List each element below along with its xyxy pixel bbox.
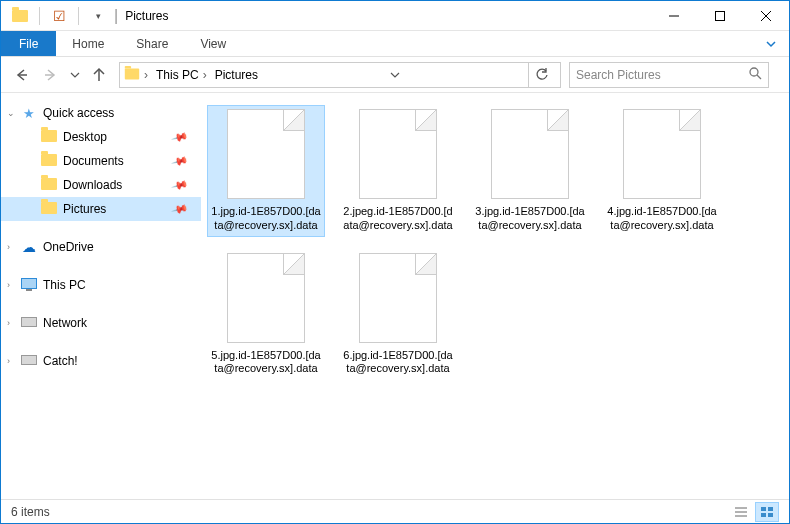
- file-name: 4.jpg.id-1E857D00.[data@recovery.sx].dat…: [607, 205, 717, 233]
- pin-icon: 📌: [171, 128, 190, 146]
- address-dropdown[interactable]: [381, 63, 409, 87]
- tab-home[interactable]: Home: [56, 31, 120, 56]
- search-icon[interactable]: [748, 66, 762, 83]
- sidebar-item-label: Pictures: [63, 202, 106, 216]
- breadcrumb-this-pc[interactable]: This PC›: [152, 68, 211, 82]
- sidebar-item-label: Downloads: [63, 178, 122, 192]
- network-icon: [21, 316, 37, 330]
- sidebar-item-desktop[interactable]: Desktop 📌: [1, 125, 201, 149]
- sidebar-item-quick-access[interactable]: ⌄ ★ Quick access: [1, 101, 201, 125]
- maximize-icon: [715, 11, 725, 21]
- file-item[interactable]: 3.jpg.id-1E857D00.[data@recovery.sx].dat…: [471, 105, 589, 237]
- folder-icon: [41, 154, 57, 169]
- folder-icon: [41, 178, 57, 193]
- navigation-pane: ⌄ ★ Quick access Desktop 📌 Documents 📌 D…: [1, 93, 201, 499]
- sidebar-item-pictures[interactable]: Pictures 📌: [1, 197, 201, 221]
- qat-dropdown-icon[interactable]: ▾: [87, 5, 109, 27]
- minimize-icon: [669, 11, 679, 21]
- file-thumbnail: [227, 253, 305, 343]
- ribbon-expand-button[interactable]: [753, 31, 789, 56]
- sidebar-item-onedrive[interactable]: › ☁ OneDrive: [1, 235, 201, 259]
- back-button[interactable]: [7, 61, 35, 89]
- arrow-left-icon: [13, 67, 29, 83]
- quick-access-group: ⌄ ★ Quick access Desktop 📌 Documents 📌 D…: [1, 101, 201, 221]
- file-thumbnail: [623, 109, 701, 199]
- tab-share[interactable]: Share: [120, 31, 184, 56]
- file-item[interactable]: 2.jpeg.id-1E857D00.[data@recovery.sx].da…: [339, 105, 457, 237]
- file-item[interactable]: 4.jpg.id-1E857D00.[data@recovery.sx].dat…: [603, 105, 721, 237]
- breadcrumb-label: This PC: [156, 68, 199, 82]
- minimize-button[interactable]: [651, 1, 697, 31]
- file-thumbnail: [359, 109, 437, 199]
- recent-locations-button[interactable]: [67, 61, 83, 89]
- file-tab[interactable]: File: [1, 31, 56, 56]
- chevron-down-icon: [390, 70, 400, 80]
- svg-rect-15: [768, 513, 773, 517]
- tab-view[interactable]: View: [184, 31, 242, 56]
- file-name: 5.jpg.id-1E857D00.[data@recovery.sx].dat…: [211, 349, 321, 377]
- divider: [39, 7, 40, 25]
- file-name: 2.jpeg.id-1E857D00.[data@recovery.sx].da…: [343, 205, 453, 233]
- folder-icon[interactable]: [9, 5, 31, 27]
- title-bar: ☑ ▾ | Pictures: [1, 1, 789, 31]
- file-item[interactable]: 5.jpg.id-1E857D00.[data@recovery.sx].dat…: [207, 249, 325, 381]
- close-icon: [761, 11, 771, 21]
- status-bar: 6 items: [1, 499, 789, 523]
- maximize-button[interactable]: [697, 1, 743, 31]
- chevron-right-icon[interactable]: ›: [7, 318, 10, 328]
- grid-icon: [760, 506, 774, 518]
- file-thumbnail: [227, 109, 305, 199]
- up-button[interactable]: [85, 61, 113, 89]
- main-area: ⌄ ★ Quick access Desktop 📌 Documents 📌 D…: [1, 93, 789, 499]
- svg-rect-12: [761, 507, 766, 511]
- svg-line-8: [757, 75, 761, 79]
- view-options: [729, 502, 779, 522]
- chevron-right-icon[interactable]: ›: [7, 356, 10, 366]
- close-button[interactable]: [743, 1, 789, 31]
- sidebar-item-documents[interactable]: Documents 📌: [1, 149, 201, 173]
- pin-icon: 📌: [171, 176, 190, 194]
- sidebar-item-label: This PC: [43, 278, 86, 292]
- content-pane[interactable]: 1.jpg.id-1E857D00.[data@recovery.sx].dat…: [201, 93, 789, 499]
- arrow-right-icon: [43, 67, 59, 83]
- sidebar-item-network[interactable]: › Network: [1, 311, 201, 335]
- file-item[interactable]: 1.jpg.id-1E857D00.[data@recovery.sx].dat…: [207, 105, 325, 237]
- svg-rect-14: [761, 513, 766, 517]
- sidebar-item-label: Network: [43, 316, 87, 330]
- breadcrumb-pictures[interactable]: Pictures: [211, 68, 262, 82]
- svg-rect-1: [716, 11, 725, 20]
- refresh-button[interactable]: [528, 63, 556, 87]
- svg-point-7: [750, 68, 758, 76]
- item-count: 6 items: [11, 505, 50, 519]
- folder-icon: [41, 202, 57, 217]
- arrow-up-icon: [91, 67, 107, 83]
- pin-icon: 📌: [171, 152, 190, 170]
- file-item[interactable]: 6.jpg.id-1E857D00.[data@recovery.sx].dat…: [339, 249, 457, 381]
- breadcrumb-sep[interactable]: ›: [140, 68, 152, 82]
- details-view-button[interactable]: [729, 502, 753, 522]
- nav-bar: › This PC› Pictures Search Pictures: [1, 57, 789, 93]
- file-thumbnail: [491, 109, 569, 199]
- chevron-down-icon[interactable]: ⌄: [7, 108, 15, 118]
- sidebar-item-catch[interactable]: › Catch!: [1, 349, 201, 373]
- monitor-icon: [21, 278, 37, 292]
- properties-icon[interactable]: ☑: [48, 5, 70, 27]
- search-placeholder: Search Pictures: [576, 68, 661, 82]
- address-bar[interactable]: › This PC› Pictures: [119, 62, 561, 88]
- file-name: 3.jpg.id-1E857D00.[data@recovery.sx].dat…: [475, 205, 585, 233]
- forward-button[interactable]: [37, 61, 65, 89]
- sidebar-item-label: Documents: [63, 154, 124, 168]
- ribbon: File Home Share View: [1, 31, 789, 57]
- chevron-down-icon: [765, 38, 777, 50]
- file-grid: 1.jpg.id-1E857D00.[data@recovery.sx].dat…: [207, 105, 783, 380]
- pin-icon: 📌: [171, 200, 190, 218]
- chevron-right-icon[interactable]: ›: [7, 242, 10, 252]
- sidebar-item-this-pc[interactable]: › This PC: [1, 273, 201, 297]
- list-icon: [734, 506, 748, 518]
- svg-rect-13: [768, 507, 773, 511]
- thumbnails-view-button[interactable]: [755, 502, 779, 522]
- breadcrumb-label: Pictures: [215, 68, 258, 82]
- sidebar-item-downloads[interactable]: Downloads 📌: [1, 173, 201, 197]
- search-input[interactable]: Search Pictures: [569, 62, 769, 88]
- chevron-right-icon[interactable]: ›: [7, 280, 10, 290]
